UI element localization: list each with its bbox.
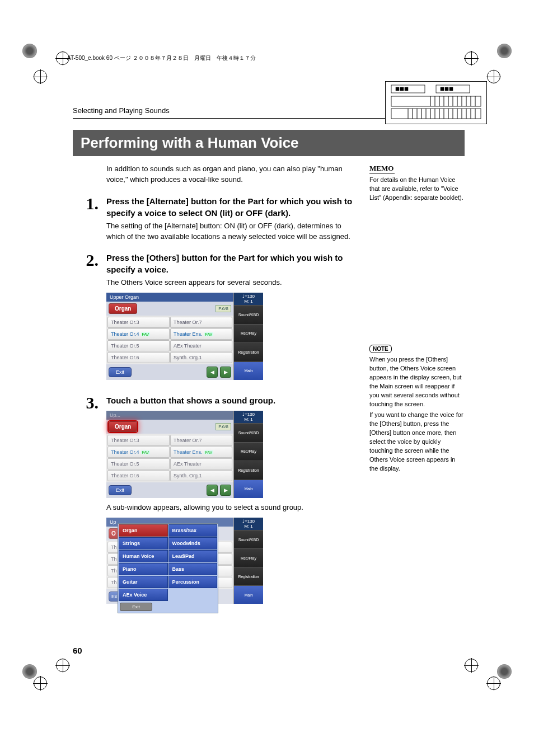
voice-cell[interactable]: Theater Or.4FAV xyxy=(107,328,170,340)
group-bass[interactable]: Bass xyxy=(168,563,218,575)
next-page-button[interactable]: ▶ xyxy=(220,485,231,496)
registration-button[interactable]: Registration xyxy=(234,567,263,585)
rec-play-button[interactable]: Rec/Play xyxy=(234,442,263,461)
fav-badge: FAV xyxy=(141,332,151,336)
page-indicator: P.6/8 xyxy=(216,305,231,312)
exit-button[interactable]: Exit xyxy=(109,485,132,495)
step-2: 2. Press the [Others] button for the Par… xyxy=(73,252,353,384)
sound-kbd-button[interactable]: Sound/KBD xyxy=(234,423,263,442)
main-column: In addition to sounds such as organ and … xyxy=(73,164,353,618)
memo-block: MEMO For details on the Human Voice that… xyxy=(369,164,465,203)
registration-mark xyxy=(487,70,500,83)
voice-cell[interactable]: Theater Or.7 xyxy=(170,317,232,328)
voice-group-tab[interactable]: Organ xyxy=(109,303,137,314)
prev-page-button[interactable]: ◀ xyxy=(207,485,218,496)
svg-rect-9 xyxy=(391,109,481,119)
popup-exit-button[interactable]: Exit xyxy=(120,603,152,611)
note-text: If you want to change the voice for the … xyxy=(369,411,465,473)
note-text: When you press the [Others] button, the … xyxy=(369,355,465,409)
page-indicator: P.6/8 xyxy=(216,423,231,430)
voice-cell[interactable]: AEx Theater xyxy=(170,340,232,351)
others-voice-screen-highlighted: Up... Organ P.6/8 Theater Or.3 Theater O… xyxy=(106,411,263,498)
corner-mark xyxy=(497,664,512,679)
page-number: 60 xyxy=(73,646,82,655)
others-voice-screen: Upper Organ Organ P.6/8 Theater Or.3 The… xyxy=(106,293,263,380)
device-thumbnail xyxy=(385,81,487,124)
main-button[interactable]: Main xyxy=(234,585,263,604)
registration-button[interactable]: Registration xyxy=(234,461,263,480)
step-3: 3. Touch a button that shows a sound gro… xyxy=(73,395,353,608)
step-number: 3. xyxy=(73,395,99,608)
screen-header: Up... xyxy=(106,411,233,420)
group-aex-voice[interactable]: AEx Voice xyxy=(119,589,168,601)
step-number: 2. xyxy=(73,252,99,384)
voice-cell[interactable]: Theater Or.5 xyxy=(107,340,170,351)
corner-mark xyxy=(22,664,37,679)
registration-mark xyxy=(487,677,500,690)
svg-rect-3 xyxy=(400,87,404,91)
prev-page-button[interactable]: ◀ xyxy=(207,367,218,378)
page-title: Performing with a Human Voice xyxy=(73,130,465,156)
group-piano[interactable]: Piano xyxy=(119,563,168,575)
group-organ[interactable]: Organ xyxy=(119,524,168,537)
voice-cell[interactable]: Synth. Org.1 xyxy=(170,352,232,363)
voice-cell[interactable]: Theater Or.3 xyxy=(107,435,170,446)
note-label: NOTE xyxy=(369,345,392,353)
tempo-display: ♩=130 M: 1 xyxy=(234,293,263,305)
registration-button[interactable]: Registration xyxy=(234,342,263,361)
rec-play-button[interactable]: Rec/Play xyxy=(234,548,263,567)
fav-badge: FAV xyxy=(141,450,151,454)
group-strings[interactable]: Strings xyxy=(119,537,168,550)
voice-cell[interactable]: Theater Or.4FAV xyxy=(107,447,170,458)
registration-mark xyxy=(465,51,478,65)
voice-cell[interactable]: Synth. Org.1 xyxy=(170,470,232,481)
sound-kbd-button[interactable]: Sound/KBD xyxy=(234,305,263,324)
svg-rect-8 xyxy=(391,96,481,106)
screen-header: Upper Organ xyxy=(106,293,233,302)
svg-rect-6 xyxy=(445,87,448,91)
sidebar-column: MEMO For details on the Human Voice that… xyxy=(369,164,465,618)
main-button[interactable]: Main xyxy=(234,480,263,499)
voice-cell[interactable]: Theater Or.5 xyxy=(107,458,170,469)
registration-mark xyxy=(465,659,478,672)
voice-cell[interactable]: Theater Ens.FAV xyxy=(170,328,232,340)
sound-kbd-button[interactable]: Sound/KBD xyxy=(234,530,263,548)
next-page-button[interactable]: ▶ xyxy=(220,367,231,378)
group-woodwinds[interactable]: Woodwinds xyxy=(168,537,218,550)
step-number: 1. xyxy=(73,195,99,242)
registration-mark xyxy=(34,677,47,690)
voice-cell[interactable]: AEx Theater xyxy=(170,458,232,469)
voice-cell[interactable]: Theater Or.6 xyxy=(107,470,170,481)
group-brass-sax[interactable]: Brass/Sax xyxy=(168,524,218,537)
fav-badge: FAV xyxy=(204,332,214,336)
voice-cell[interactable]: Theater Or.7 xyxy=(170,435,232,446)
voice-cell[interactable]: Theater Or.3 xyxy=(107,317,170,328)
step-text: The setting of the [Alternate] button: O… xyxy=(106,221,353,242)
main-button[interactable]: Main xyxy=(234,361,263,381)
sound-group-popup-screen: Up O Th Th Th Th Ex ♩ xyxy=(106,518,263,604)
svg-rect-5 xyxy=(441,87,444,91)
exit-button[interactable]: Exit xyxy=(109,367,132,377)
svg-rect-2 xyxy=(396,87,399,91)
memo-text: For details on the Human Voice that are … xyxy=(369,176,465,203)
voice-cell[interactable]: Theater Or.6 xyxy=(107,352,170,363)
step-text: The Others Voice screen appears for seve… xyxy=(106,278,353,288)
group-human-voice[interactable]: Human Voice xyxy=(119,550,168,562)
group-percussion[interactable]: Percussion xyxy=(168,576,218,588)
voice-cell[interactable]: Theater Ens.FAV xyxy=(170,447,232,458)
group-guitar[interactable]: Guitar xyxy=(119,576,168,588)
tempo-display: ♩=130 M: 1 xyxy=(234,411,263,423)
page-content: Selecting and Playing Sounds Performing … xyxy=(73,84,465,618)
fav-badge: FAV xyxy=(204,450,214,454)
registration-mark xyxy=(34,70,47,83)
group-lead-pad[interactable]: Lead/Pad xyxy=(168,550,218,562)
rec-play-button[interactable]: Rec/Play xyxy=(234,324,263,343)
intro-text: In addition to sounds such as organ and … xyxy=(106,164,353,185)
step-title: Press the [Others] button for the Part f… xyxy=(106,252,353,275)
step-title: Press the [Alternate] button for the Par… xyxy=(106,195,353,219)
sound-group-popup: Organ Brass/Sax Strings Woodwinds Human … xyxy=(118,523,218,613)
svg-rect-4 xyxy=(405,87,408,91)
svg-rect-7 xyxy=(449,87,453,91)
voice-group-tab[interactable]: Organ xyxy=(109,421,137,432)
corner-mark xyxy=(497,44,512,58)
